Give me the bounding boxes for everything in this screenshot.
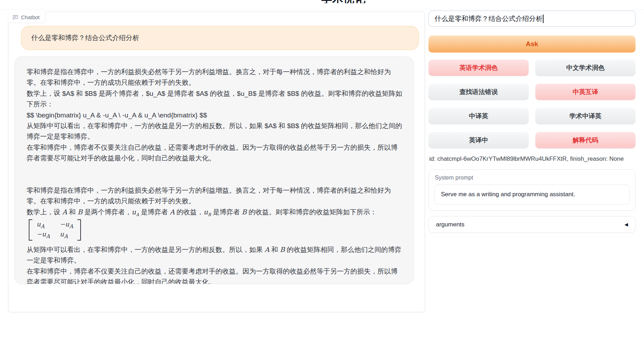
matrix-cell: −uA [60, 220, 73, 230]
page-title-clipped: 学术优化 [317, 0, 370, 3]
chatbot-label-text: Chatbot [21, 14, 40, 20]
bot-paragraph: $$ \begin{bmatrix} u_A & -u_A \ -u_A & u… [27, 110, 404, 121]
bot-paragraph: 在零和博弈中，博弈者不仅要关注自己的收益，还需要考虑对手的收益。因为一方取得的收… [27, 142, 404, 164]
system-prompt-group: System prompt Serve me as a writing and … [429, 169, 635, 211]
matrix-bracket-left [29, 219, 32, 241]
bot-paragraph: 零和博弈是指在博弈中，一方的利益损失必然等于另一方的利益增益。换言之，对于每一种… [27, 185, 404, 207]
quick-action-button[interactable]: 中译英 [429, 108, 529, 124]
top-divider [0, 9, 644, 10]
matrix-bracket-right [77, 219, 81, 241]
user-message-bubble: 什么是零和博弈？结合公式介绍分析 [21, 26, 419, 50]
bot-paragraph: 从矩阵中可以看出，在零和博弈中，一方的收益是另一方的相反数。所以，如果 $A$ … [27, 121, 404, 142]
bot-block-rendered: 零和博弈是指在博弈中，一方的利益损失必然等于另一方的利益增益。换言之，对于每一种… [27, 185, 404, 284]
bot-paragraph: 数学上，设 $A$ 和 $B$ 是两个博弈者，$u_A$ 是博弈者 $A$ 的收… [27, 88, 404, 110]
bot-block-raw: 零和博弈是指在博弈中，一方的利益损失必然等于另一方的利益增益。换言之，对于每一种… [27, 67, 404, 164]
bot-message-bubble: 零和博弈是指在博弈中，一方的利益损失必然等于另一方的利益增益。换言之，对于每一种… [14, 56, 414, 284]
quick-button-grid: 英语学术润色中文学术润色查找语法错误中英互译中译英学术中译英英译中解释代码 [429, 60, 635, 148]
system-prompt-value: Serve me as a writing and programming as… [441, 191, 575, 198]
quick-action-button[interactable]: 查找语法错误 [429, 84, 529, 100]
bot-paragraph: 在零和博弈中，博弈者不仅要关注自己的收益，还需要考虑对手的收益。因为一方取得的收… [27, 266, 404, 284]
matrix-cells: uA−uA−uAuA [32, 219, 77, 241]
matrix-cell: −uA [37, 230, 50, 240]
response-id-status: id: chatcmpl-6wOo7KrYTwMl89lbrMWRu4UkFFX… [429, 155, 624, 163]
question-input-value: 什么是零和博弈？结合公式介绍分析 [435, 14, 542, 23]
chatbot-block-label: Chatbot [8, 12, 46, 23]
system-prompt-label: System prompt [435, 175, 630, 181]
quick-action-button[interactable]: 中文学术润色 [535, 60, 635, 76]
ask-button[interactable]: Ask [429, 35, 635, 53]
arguments-accordion[interactable]: arguments ◀ [429, 216, 635, 233]
accordion-collapse-icon: ◀ [624, 222, 628, 227]
quick-action-button[interactable]: 学术中译英 [535, 108, 635, 124]
quick-action-button[interactable]: 英译中 [429, 132, 529, 148]
system-prompt-input[interactable]: Serve me as a writing and programming as… [434, 185, 630, 204]
chatbot-panel: Chatbot 什么是零和博弈？结合公式介绍分析 零和博弈是指在博弈中，一方的利… [8, 12, 425, 312]
payoff-matrix: uA−uA−uAuA [29, 219, 81, 241]
quick-action-button[interactable]: 解释代码 [535, 132, 635, 148]
page-title: 学术优化 [317, 0, 370, 3]
matrix-cell: uA [37, 220, 50, 230]
arguments-label: arguments [436, 221, 464, 228]
text-caret [543, 15, 544, 23]
bot-paragraph: 零和博弈是指在博弈中，一方的利益损失必然等于另一方的利益增益。换言之，对于每一种… [27, 67, 404, 88]
quick-action-button[interactable]: 中英互译 [535, 84, 635, 100]
bot-paragraph: 从矩阵中可以看出，在零和博弈中，一方的收益是另一方的相反数。所以，如果 A 和 … [27, 244, 404, 266]
matrix-cell: uA [60, 230, 73, 240]
bot-paragraph: 数学上，设 A 和 B 是两个博弈者，uA 是博弈者 A 的收益，uB 是博弈者… [27, 207, 404, 218]
quick-action-button[interactable]: 英语学术润色 [429, 60, 529, 76]
user-message-text: 什么是零和博弈？结合公式介绍分析 [31, 33, 139, 43]
question-input[interactable]: 什么是零和博弈？结合公式介绍分析 [429, 11, 635, 27]
chat-bubble-icon [12, 14, 18, 20]
